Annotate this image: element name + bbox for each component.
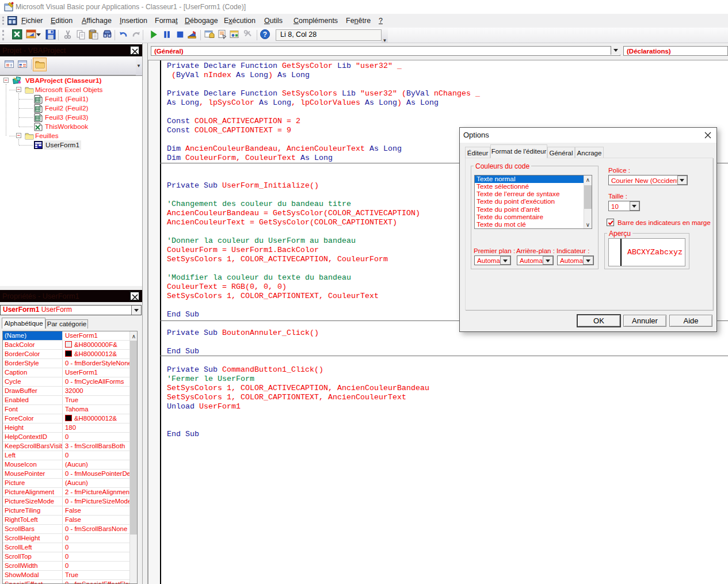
svg-text:?: ?	[263, 30, 267, 39]
